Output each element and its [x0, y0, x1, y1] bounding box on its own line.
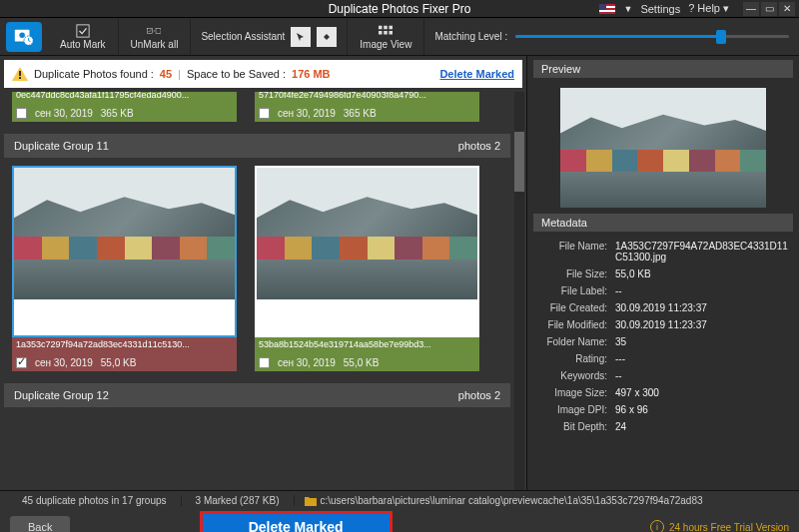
automark-button[interactable]: Auto Mark [48, 19, 119, 55]
delete-marked-link[interactable]: Delete Marked [439, 68, 514, 80]
svg-rect-7 [379, 25, 383, 29]
metadata-row: File Name:1A353C7297F94A72AD83EC4331D11C… [537, 238, 789, 266]
preview-title: Preview [533, 60, 793, 78]
scrollbar[interactable] [514, 92, 524, 490]
language-flag[interactable] [599, 4, 615, 14]
back-button[interactable]: Back [10, 516, 70, 532]
svg-rect-11 [385, 31, 389, 35]
group-header: Duplicate Group 11photos 2 [4, 134, 510, 158]
metadata-row: File Modified:30.09.2019 11:23:37 [537, 316, 789, 333]
svg-rect-12 [390, 31, 394, 35]
checkbox[interactable] [259, 357, 270, 368]
metadata-row: File Label:-- [537, 282, 789, 299]
group-header: Duplicate Group 12photos 2 [4, 383, 510, 407]
svg-rect-10 [379, 31, 383, 35]
metadata-row: File Created:30.09.2019 11:23:37 [537, 299, 789, 316]
selection-assistant-label: Selection Assistant [201, 31, 285, 42]
metadata-row: Keywords:-- [537, 367, 789, 384]
maximize-button[interactable]: ▭ [761, 2, 777, 16]
grid-icon [379, 24, 393, 38]
svg-rect-13 [19, 71, 21, 76]
warning-icon [12, 67, 28, 81]
svg-rect-8 [385, 25, 389, 29]
metadata-row: Bit Depth:24 [537, 418, 789, 435]
matching-level-label: Matching Level : [434, 31, 507, 42]
minimize-button[interactable]: — [743, 2, 759, 16]
metadata-title: Metadata [533, 214, 793, 232]
unmarkall-button[interactable]: UnMark all [119, 19, 192, 55]
info-bar: Duplicate Photos found : 45 | Space to b… [4, 60, 522, 88]
svg-rect-14 [19, 77, 21, 79]
automark-icon [76, 24, 90, 38]
thumbnail-image [257, 168, 477, 299]
preview-image [560, 88, 766, 208]
folder-icon [305, 496, 317, 506]
metadata-row: Folder Name:35 [537, 333, 789, 350]
status-bar: 45 duplicate photos in 17 groups 3 Marke… [0, 490, 799, 510]
close-button[interactable]: ✕ [779, 2, 795, 16]
app-logo [6, 22, 42, 52]
metadata-row: File Size:55,0 KB [537, 266, 789, 282]
thumbnail-strip[interactable]: 57170f4fe2e7494986fd7e40903f8a4790... се… [255, 92, 479, 122]
matching-slider[interactable] [515, 35, 789, 38]
svg-rect-9 [390, 25, 394, 29]
metadata-row: Rating:--- [537, 350, 789, 367]
svg-point-1 [19, 32, 25, 38]
checkbox[interactable] [16, 108, 27, 119]
selection-tool-2[interactable] [317, 27, 337, 47]
app-title: Duplicate Photos Fixer Pro [329, 2, 471, 16]
thumbnail-image [14, 168, 235, 299]
metadata-row: Image Size:497 x 300 [537, 384, 789, 401]
svg-rect-4 [77, 24, 89, 36]
settings-link[interactable]: Settings [640, 3, 680, 15]
selection-tool-1[interactable] [291, 27, 311, 47]
checkbox[interactable] [259, 108, 270, 119]
metadata-row: Image DPI:96 x 96 [537, 401, 789, 418]
checkbox[interactable] [16, 357, 27, 368]
status-marked: 3 Marked (287 KB) [182, 495, 295, 506]
svg-rect-6 [156, 28, 161, 33]
space-saved: 176 MB [292, 68, 331, 80]
help-menu[interactable]: ? Help ▾ [688, 2, 729, 15]
found-count: 45 [160, 68, 172, 80]
status-summary: 45 duplicate photos in 17 groups [8, 495, 182, 506]
thumbnail-card[interactable]: 53ba8b1524b54e319714aa58be7e99bd3... сен… [255, 166, 479, 371]
delete-marked-button[interactable]: Delete Marked [200, 511, 393, 532]
unmark-icon [147, 24, 161, 38]
trial-notice: i 24 hours Free Trial Version [650, 520, 789, 532]
imageview-button[interactable]: Image View [348, 19, 424, 55]
thumbnail-card[interactable]: 1a353c7297f94a72ad83ec4331d11c5130... се… [12, 166, 237, 371]
status-path: c:\users\barbara\pictures\luminar catalo… [295, 495, 703, 506]
info-icon: i [650, 520, 664, 532]
thumbnail-strip[interactable]: 0ec447ddc8cd43afa1f11795cf4edad4900... с… [12, 92, 237, 122]
metadata-panel: File Name:1A353C7297F94A72AD83EC4331D11C… [533, 236, 793, 437]
